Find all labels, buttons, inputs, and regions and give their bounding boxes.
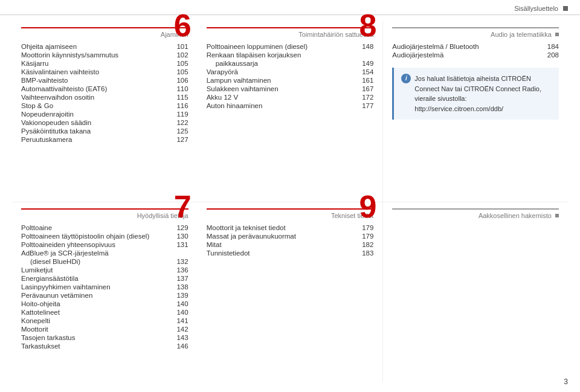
toc-row: Käsijarru 105: [21, 60, 188, 67]
toc-page: 149: [355, 60, 373, 67]
toc-label: Moottorit: [21, 326, 170, 333]
toc-row: Varapyörä 154: [207, 68, 374, 76]
toc-label: paikkaussarja: [207, 60, 356, 67]
toc-page: 172: [355, 94, 373, 101]
toc-label: Peruutuskamera: [21, 136, 170, 143]
toc-page: 142: [170, 326, 188, 333]
toc-label: Varapyörä: [207, 68, 356, 76]
toc-row: Renkaan tilapäisen korjauksen: [207, 51, 374, 59]
section-audio-title: Audio ja telematiikka: [392, 31, 552, 38]
section-ajaminen-number: 6: [174, 10, 192, 41]
toc-page: 105: [170, 68, 188, 76]
section-toiminta-title: Toimintahäiriön sattuessa: [207, 31, 374, 38]
toc-label: Lampun vaihtaminen: [207, 77, 356, 84]
section-index-title: Aakkosellinen hakemisto: [392, 212, 552, 219]
toc-row: Tasojen tarkastus 143: [21, 334, 188, 341]
toc-label: BMP-vaihteisto: [21, 77, 170, 84]
toc-page: 184: [541, 43, 559, 50]
toc-page: [170, 249, 188, 257]
section-tekniset-header: Tekniset tiedot: [207, 208, 374, 219]
section-audio: Audio ja telematiikka Audiojärjestelmä /…: [382, 21, 568, 202]
toc-row: Käsivalintainen vaihteisto 105: [21, 68, 188, 76]
toc-page: 167: [355, 85, 373, 92]
toc-page: 116: [170, 102, 188, 109]
toc-page: 148: [355, 43, 373, 50]
toc-row: Tarkastukset 146: [21, 342, 188, 350]
toc-page: 177: [355, 102, 373, 109]
section-toiminta-header: Toimintahäiriön sattuessa: [207, 27, 374, 38]
toc-page: 138: [170, 283, 188, 291]
toc-row: Lasinpyyhkimen vaihtaminen 138: [21, 283, 188, 291]
toc-page: 106: [170, 77, 188, 84]
toc-row: Moottorin käynnistys/sammutus 102: [21, 51, 188, 59]
info-line4: http://service.citroen.com/ddb/: [414, 105, 503, 112]
toc-row: Auton hinaaminen 177: [207, 102, 374, 109]
toc-row: Perävaunun vetäminen 139: [21, 292, 188, 299]
section-hyodyllisia-number: 7: [174, 191, 192, 222]
toc-page: 129: [170, 224, 188, 231]
toc-label: Moottorit ja tekniset tiedot: [207, 224, 356, 231]
section-audio-header: Audio ja telematiikka: [392, 27, 559, 38]
audio-dot-icon: [555, 33, 559, 36]
toc-label: Audiojärjestelmä / Bluetooth: [392, 43, 541, 50]
toc-label: Polttoaineen täyttöpistoolin ohjain (die…: [21, 233, 170, 240]
section-tekniset-number: 9: [359, 191, 376, 222]
toc-row: Polttoaineen loppuminen (diesel) 148: [207, 43, 374, 50]
toc-row: paikkaussarja 149: [207, 60, 374, 67]
section-ajaminen: Ajaminen 6 Ohjeita ajamiseen 101 Moottor…: [12, 21, 198, 202]
toc-row: Moottorit ja tekniset tiedot 179: [207, 224, 374, 231]
main-content: Ajaminen 6 Ohjeita ajamiseen 101 Moottor…: [0, 15, 580, 388]
header-square-icon: [563, 6, 568, 11]
toc-label: Vakionopeuden säädin: [21, 119, 170, 126]
toc-page: 139: [170, 292, 188, 299]
info-line1: Jos haluat lisätietoja aiheista CITROËN: [414, 75, 531, 82]
info-line2: Connect Nav tai CITROËN Connect Radio,: [414, 85, 541, 92]
toc-label: Polttoaineen loppuminen (diesel): [207, 43, 356, 50]
toc-label: Konepelti: [21, 317, 170, 324]
info-text: Jos haluat lisätietoja aiheista CITROËN …: [414, 74, 552, 114]
section-ajaminen-title: Ajaminen: [21, 31, 188, 38]
toc-label: Tunnistetiedot: [207, 249, 356, 257]
toc-page: 143: [170, 334, 188, 341]
toc-row: Kattotelineet 140: [21, 309, 188, 316]
hyodyllisia-toc: Polttoaine 129 Polttoaineen täyttöpistoo…: [21, 224, 188, 350]
toc-row: Moottorit 142: [21, 326, 188, 333]
toc-page: 179: [355, 233, 373, 240]
toc-page: 146: [170, 342, 188, 350]
toc-row: Polttoaine 129: [21, 224, 188, 231]
toc-label: Auton hinaaminen: [207, 102, 356, 109]
toc-label: Hoito-ohjeita: [21, 300, 170, 307]
toc-label: Vaihteenvaihdon osoitin: [21, 94, 170, 101]
toc-page: 208: [541, 51, 559, 59]
toc-page: 115: [170, 94, 188, 101]
toc-label: Kattotelineet: [21, 309, 170, 316]
toc-label: Tasojen tarkastus: [21, 334, 170, 341]
section-hyodyllisia-header: Hyödyllisiä tietoja: [21, 208, 188, 219]
toc-page: 131: [170, 241, 188, 248]
toc-label: (diesel BlueHDi): [21, 258, 170, 265]
section-index: Aakkosellinen hakemisto: [382, 202, 568, 382]
toc-page: 136: [170, 266, 188, 274]
toc-label: Lasinpyyhkimen vaihtaminen: [21, 283, 170, 291]
toc-page: 119: [170, 111, 188, 118]
audio-toc: Audiojärjestelmä / Bluetooth 184 Audiojä…: [392, 43, 559, 59]
toc-row: Pysäköintitutka takana 125: [21, 127, 188, 135]
toc-label: Käsijarru: [21, 60, 170, 67]
toc-label: Audiojärjestelmä: [392, 51, 541, 59]
section-hyodyllisia: Hyödyllisiä tietoja 7 Polttoaine 129 Pol…: [12, 202, 198, 382]
toc-page: 141: [170, 317, 188, 324]
toc-row: Vaihteenvaihdon osoitin 115: [21, 94, 188, 101]
toc-row: Peruutuskamera 127: [21, 136, 188, 143]
info-line3: vieraile sivustolla:: [414, 95, 466, 102]
toc-page: 183: [355, 249, 373, 257]
info-box: i Jos haluat lisätietoja aiheista CITROË…: [392, 68, 559, 120]
header-title: Sisällysluettelo: [514, 5, 558, 12]
toc-page: 140: [170, 300, 188, 307]
toc-page: 140: [170, 309, 188, 316]
index-dot-icon: [555, 214, 559, 217]
toc-row: Massat ja perävaunukuormat 179: [207, 233, 374, 240]
toc-label: Energiansäästötila: [21, 275, 170, 282]
toc-page: [355, 51, 373, 59]
page-header: Sisällysluettelo: [0, 0, 580, 15]
toc-row: Hoito-ohjeita 140: [21, 300, 188, 307]
